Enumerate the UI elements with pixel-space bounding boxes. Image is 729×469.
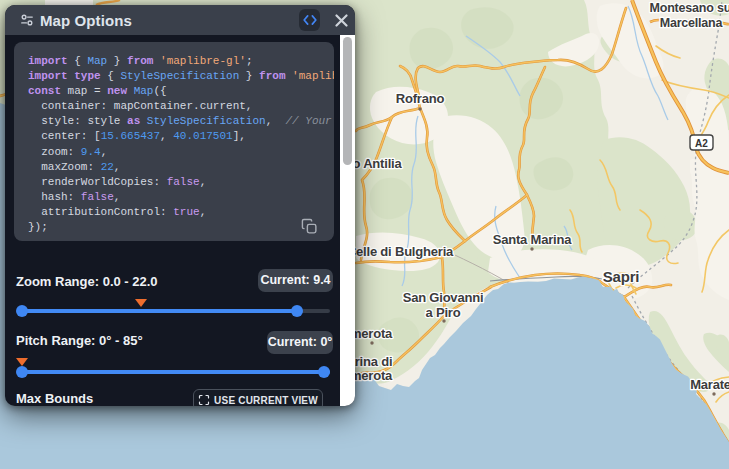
svg-text:Marcellana: Marcellana <box>660 16 724 30</box>
svg-text:Sapri: Sapri <box>603 268 640 285</box>
svg-text:Santa Marina: Santa Marina <box>493 232 572 247</box>
svg-text:Rofrano: Rofrano <box>396 91 445 106</box>
svg-text:a Piro: a Piro <box>426 305 461 320</box>
svg-text:merota: merota <box>350 368 393 383</box>
svg-text:San Giovanni: San Giovanni <box>403 290 484 305</box>
svg-text:Celle di Bulgheria: Celle di Bulgheria <box>347 244 454 259</box>
svg-text:A2: A2 <box>695 138 708 149</box>
svg-text:merota: merota <box>350 326 393 341</box>
svg-text:o Antilia: o Antilia <box>353 156 403 171</box>
svg-text:Maratea: Maratea <box>690 377 729 392</box>
svg-text:Montesano sulla: Montesano sulla <box>650 1 729 15</box>
